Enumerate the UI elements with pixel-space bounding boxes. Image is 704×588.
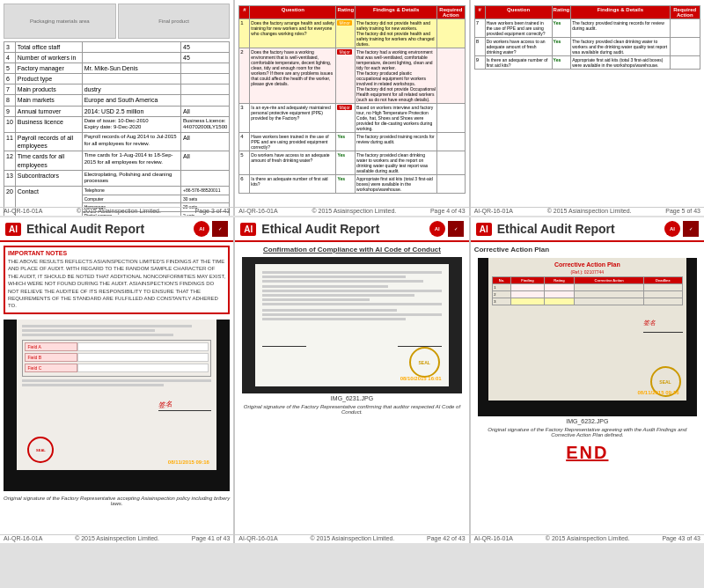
- top-page-2: # Question Rating Findings & Details Req…: [235, 0, 468, 216]
- signature-line: 签名: [158, 393, 211, 411]
- signature-doc-bg: Field A Field B Field C: [4, 320, 230, 491]
- compliance-title: Confirmation of Compliance with AI Code …: [238, 246, 465, 254]
- corrective-row-3: 3: [493, 298, 682, 305]
- rating-yes-6: Yes: [554, 57, 561, 62]
- footer-page-b3: Page 43 of 43: [662, 535, 700, 541]
- footer-copy-b3: © 2015 Asiainspection Limited.: [546, 535, 630, 541]
- doc-redrow-3: Field C: [25, 364, 208, 372]
- footer-page-b2: Page 42 of 43: [427, 535, 466, 541]
- rating-yes-5: Yes: [554, 39, 561, 44]
- footer-id-b1: AI-QR-16-01A: [4, 535, 42, 541]
- final-product-img: Final product: [118, 4, 231, 39]
- corrective-table-title: Corrective Action Plan: [492, 261, 682, 268]
- packaging-img: Packaging materials area: [4, 4, 116, 39]
- audit-row-2: 2 Does the factory have a working enviro…: [239, 48, 465, 104]
- top-row: Packaging materials area Final product 3…: [0, 0, 704, 216]
- compliance-doc-inner: SEAL 08/10/2015 16:01: [255, 264, 448, 387]
- footer-page: Page 4 of 43: [430, 208, 466, 214]
- logo-circle-2: AI: [429, 221, 445, 237]
- img-label-3: IMG_6232.JPG: [474, 418, 700, 424]
- report-title-2: Ethical Audit Report: [261, 222, 429, 236]
- doc-line-4: [22, 379, 210, 382]
- bottom-row: AI Ethical Audit Report AI ✓ IMPORTANT N…: [0, 217, 704, 543]
- footer-id-b2: AI-QR-16-01A: [238, 535, 277, 541]
- rating-yes-2: Yes: [337, 152, 345, 158]
- top-page-1: Packaging materials area Final product 3…: [0, 0, 233, 216]
- page-footer-bot3: AI-QR-16-01A © 2015 Asiainspection Limit…: [471, 534, 704, 541]
- ai-logo-3: AI: [476, 223, 492, 236]
- audit-row-3: 3 Is an eye-rite and adequately maintain…: [239, 104, 465, 133]
- important-notes-title: IMPORTANT NOTES: [8, 250, 225, 256]
- audit-findings-table-2: # Question Rating Findings & Details Req…: [474, 5, 700, 70]
- corrective-mini-table: No. Finding Rating Corrective Action Dea…: [492, 276, 682, 305]
- footer-copy-b2: © 2015 Asiainspection Limited.: [310, 535, 394, 541]
- signature-text: 签名: [158, 395, 212, 409]
- doc-table-area: Field A Field B Field C: [22, 340, 210, 377]
- datetime-2: 08/10/2015 16:01: [400, 376, 442, 381]
- important-notes-box: IMPORTANT NOTES THE ABOVE RESULTS REFLEC…: [4, 246, 230, 314]
- audit-findings-table: # Question Rating Findings & Details Req…: [238, 5, 465, 194]
- rating-major-2: Major: [337, 105, 352, 110]
- footer-copy: © 2015 Asiainspection Limited.: [312, 208, 396, 214]
- factory-info-table: 3Total office staff45 4Number of workers…: [4, 41, 230, 216]
- top-page-3: # Question Rating Findings & Details Req…: [471, 0, 704, 216]
- logo-square-1: ✓: [212, 221, 228, 237]
- bottom-page-1: AI Ethical Audit Report AI ✓ IMPORTANT N…: [0, 217, 233, 543]
- caption-1: Original signature of the Factory Repres…: [0, 495, 233, 507]
- footer-page: Page 5 of 43: [665, 208, 700, 214]
- corrective-row-1: 1: [493, 284, 682, 291]
- signature-area: 签名: [22, 393, 210, 411]
- end-section: END: [474, 438, 700, 467]
- doc-redrow-2: Field B: [25, 353, 208, 362]
- signature-doc-inner: Field A Field B Field C: [17, 320, 216, 471]
- corrective-row-2: 2: [493, 291, 682, 298]
- datetime-1: 08/11/2015 09:16: [168, 459, 209, 465]
- end-text: END: [474, 443, 700, 463]
- report-logos-right-2: AI ✓: [429, 221, 464, 237]
- important-notes-text: THE ABOVE RESULTS REFLECTS ASIAINSPECTIO…: [8, 258, 225, 310]
- logo-square-2: ✓: [448, 221, 464, 237]
- doc-line-5: [22, 384, 164, 386]
- report-header-2: AI Ethical Audit Report AI ✓: [235, 217, 468, 242]
- report-logos-right-1: AI ✓: [194, 221, 228, 237]
- audit-row-1: 1 Does the factory arrange health and sa…: [239, 19, 465, 48]
- bottom-page-3: AI Ethical Audit Report AI ✓ Corrective …: [471, 217, 704, 543]
- doc-redrow-1: Field A: [25, 342, 208, 351]
- report-title-1: Ethical Audit Report: [26, 222, 194, 236]
- caption-3: Original signature of the Factory Repres…: [474, 426, 700, 438]
- audit-row-7: 7 Have workers been trained in the use o…: [474, 19, 700, 38]
- rating-yes-1: Yes: [337, 134, 345, 139]
- footer-copy: © 2015 Asiainspection Limited.: [547, 208, 632, 214]
- audit-row-4: 4 Have workers been trained in the use o…: [239, 133, 465, 151]
- rating-minor-1: Minor: [337, 20, 352, 26]
- report-header-1: AI Ethical Audit Report AI ✓: [0, 217, 233, 242]
- caption-2: Original signature of the Factory Repres…: [238, 403, 465, 415]
- ai-logo-2: AI: [240, 223, 256, 236]
- corrective-doc-inner: Corrective Action Plan (Ref.): 02107744 …: [488, 258, 686, 401]
- logo-square-3: ✓: [683, 221, 699, 237]
- footer-id: AI-QR-16-01A: [474, 208, 513, 214]
- report-title-3: Ethical Audit Report: [497, 222, 664, 236]
- page-footer-bot1: AI-QR-16-01A © 2015 Asiainspection Limit…: [0, 534, 233, 541]
- red-stamp-1: SEAL: [27, 437, 54, 463]
- page-footer-bot2: AI-QR-16-01A © 2015 Asiainspection Limit…: [235, 534, 468, 541]
- page-footer-top3: AI-QR-16-01A © 2015 Asiainspection Limit…: [471, 207, 704, 214]
- page-footer-top2: AI-QR-16-01A © 2015 Asiainspection Limit…: [235, 207, 468, 214]
- footer-page: Page 3 of 43: [195, 208, 231, 214]
- logo-circle-3: AI: [664, 221, 680, 237]
- img-label-2: IMG_6231.JPG: [238, 395, 465, 401]
- rating-major-1: Major: [337, 49, 352, 55]
- bottom-page-2: AI Ethical Audit Report AI ✓ Confirmatio…: [235, 217, 468, 543]
- audit-row-6: 6 Is there an adequate number of first a…: [239, 175, 465, 194]
- footer-page-b1: Page 41 of 43: [192, 535, 231, 541]
- compliance-doc-bg: SEAL 08/10/2015 16:01: [242, 257, 461, 393]
- gold-stamp-2: SEAL: [409, 347, 440, 378]
- report-header-3: AI Ethical Audit Report AI ✓: [471, 217, 704, 242]
- audit-row-8: 8 Do workers have access to an adequate …: [474, 38, 700, 56]
- footer-id-b3: AI-QR-16-01A: [474, 535, 513, 541]
- footer-copy-b1: © 2015 Asiainspection Limited.: [75, 535, 159, 541]
- footer-copy: © 2015 Asiainspection Limited.: [77, 208, 161, 214]
- rating-yes-3: Yes: [337, 176, 345, 181]
- corrective-title: Corrective Action Plan: [474, 246, 700, 254]
- corrective-section: Corrective Action Plan Corrective Action…: [471, 242, 704, 471]
